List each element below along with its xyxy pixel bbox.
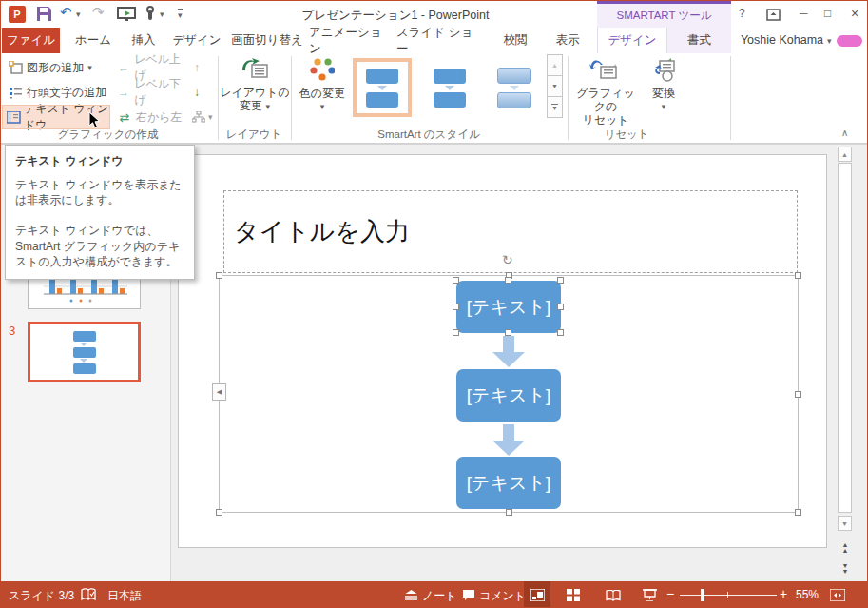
style-gallery-item-selected[interactable] [353, 58, 412, 117]
frame-handle-top-right[interactable] [795, 272, 801, 279]
move-up-button[interactable]: ↑ [190, 56, 200, 79]
start-slideshow-icon[interactable] [117, 7, 136, 22]
smartart-node-2[interactable]: [テキスト] [456, 369, 561, 422]
fit-to-window-icon[interactable] [830, 589, 845, 601]
tab-slideshow[interactable]: スライド ショー [396, 28, 484, 53]
gallery-scroll-down-icon[interactable]: ▼ [547, 75, 563, 97]
reset-graphic-label-line1: グラフィックの [571, 87, 640, 113]
style-preview-arrow [510, 86, 519, 90]
ribbon-display-options-icon[interactable] [766, 9, 781, 21]
group-separator [568, 56, 569, 140]
tab-insert[interactable]: 挿入 [123, 28, 164, 53]
tab-animations[interactable]: アニメーション [309, 28, 393, 53]
frame-handle-bottom-right[interactable] [795, 509, 801, 516]
account-dropdown-icon[interactable]: ▾ [827, 36, 832, 46]
rotation-handle[interactable]: ↻ [502, 252, 513, 267]
scrollbar-thumb[interactable] [838, 163, 852, 513]
slide-canvas[interactable]: タイトルを入力 ↻ ◀ [テキスト] [テキスト] [テキスト] [178, 154, 827, 548]
slideshow-view-icon [643, 589, 657, 601]
zoom-percentage[interactable]: 55% [796, 588, 819, 601]
comments-button[interactable]: コメント [479, 588, 526, 604]
tab-design[interactable]: デザイン [168, 28, 225, 53]
style-gallery-item[interactable] [420, 58, 479, 117]
tab-transitions[interactable]: 画面切り替え [229, 28, 305, 53]
thumb-smartart-arrow [80, 343, 87, 346]
touch-mode-dropdown-icon[interactable]: ▾ [160, 10, 164, 19]
scrollbar-up-icon[interactable]: ▲ [838, 147, 852, 162]
touch-mode-icon[interactable] [144, 6, 157, 22]
slide-thumbnail-3-selected[interactable] [28, 322, 141, 382]
tab-smartart-format[interactable]: 書式 [667, 28, 731, 53]
node-handle-bottom-left[interactable] [453, 329, 459, 336]
promote-icon: ← [116, 61, 131, 74]
tab-file[interactable]: ファイル [2, 28, 60, 53]
tooltip-paragraph-2: テキスト ウィンドウでは、SmartArt グラフィック内のテキストの入力や構成… [15, 223, 184, 269]
next-slide-icon[interactable]: ▼▼ [839, 563, 851, 575]
reset-graphic-button[interactable]: グラフィックの リセット [571, 57, 640, 127]
node-handle-top-right[interactable] [557, 277, 564, 284]
normal-view-button[interactable] [524, 581, 550, 608]
zoom-out-button[interactable]: − [666, 586, 674, 601]
text-pane-tooltip: テキスト ウィンドウ テキスト ウィンドウを表示または非表示にします。 テキスト… [5, 145, 195, 280]
undo-icon[interactable]: ↶ [60, 4, 72, 21]
node-handle-bottom-center[interactable] [505, 329, 511, 336]
collapse-ribbon-icon[interactable]: ∧ [841, 127, 848, 138]
node-handle-top-center[interactable] [505, 277, 511, 284]
style-preview-shape [366, 92, 398, 108]
node-handle-top-left[interactable] [453, 277, 459, 284]
frame-handle-bottom-center[interactable] [506, 509, 512, 516]
account-avatar[interactable] [837, 35, 862, 47]
smartart-node-1[interactable]: [テキスト] [456, 281, 561, 333]
zoom-in-button[interactable]: + [780, 586, 787, 601]
node-handle-right-center[interactable] [557, 304, 564, 310]
spellcheck-icon[interactable] [81, 588, 97, 601]
frame-handle-top-left[interactable] [216, 272, 222, 279]
frame-handle-right-center[interactable] [795, 391, 801, 398]
frame-handle-bottom-left[interactable] [216, 509, 222, 516]
previous-slide-icon[interactable]: ▲▲ [839, 542, 851, 554]
smartart-node-3[interactable]: [テキスト] [456, 457, 561, 509]
zoom-slider-thumb[interactable] [701, 589, 704, 601]
convert-label: 変換 [644, 87, 684, 100]
slideshow-view-button[interactable] [636, 581, 663, 608]
convert-button[interactable]: 変換 ▾ [644, 57, 684, 113]
powerpoint-app-icon[interactable]: P [9, 6, 26, 23]
add-shape-button[interactable]: 図形の追加 ▾ [3, 56, 109, 79]
tab-home[interactable]: ホーム [69, 28, 117, 53]
thumb-smartart-shape [73, 347, 96, 358]
help-icon[interactable]: ? [739, 7, 745, 20]
node-handle-left-center[interactable] [453, 304, 459, 310]
language-indicator[interactable]: 日本語 [107, 588, 142, 604]
save-icon[interactable] [36, 6, 52, 22]
redo-icon[interactable]: ↷ [92, 4, 105, 21]
scrollbar-down-icon[interactable]: ▼ [838, 516, 852, 531]
tab-view[interactable]: 表示 [545, 28, 590, 53]
undo-dropdown-icon[interactable]: ▾ [76, 10, 81, 19]
node-handle-bottom-right[interactable] [557, 329, 564, 336]
zoom-slider-track[interactable] [680, 595, 777, 596]
style-gallery-item[interactable] [485, 58, 544, 117]
gallery-scroll-up-icon[interactable]: ▲ [547, 54, 563, 76]
right-to-left-button[interactable]: ⇄ 右から左 [112, 106, 186, 128]
tab-review[interactable]: 校閲 [492, 28, 539, 53]
group-label-reset: リセット [569, 127, 684, 142]
change-colors-button[interactable]: 色の変更 ▾ [295, 57, 350, 113]
reading-view-button[interactable] [600, 581, 627, 608]
change-layout-button[interactable]: レイアウトの 変更 ▾ [220, 57, 290, 113]
text-pane-toggle-tab[interactable]: ◀ [212, 383, 226, 401]
close-icon[interactable]: × [851, 6, 858, 21]
right-to-left-icon: ⇄ [116, 110, 133, 125]
tab-smartart-design[interactable]: デザイン [597, 28, 667, 53]
slide-sorter-view-button[interactable] [560, 581, 587, 608]
maximize-icon[interactable]: □ [824, 7, 831, 20]
notes-button[interactable]: ノート [422, 588, 457, 604]
contextual-tool-label: SMARTART ツール [597, 9, 731, 23]
customize-qat-icon[interactable]: ▾ [178, 9, 183, 20]
gallery-more-icon[interactable]: ▼ [547, 96, 563, 118]
group-label-layouts: レイアウト [218, 127, 290, 142]
org-chart-layout-button[interactable]: ▾ [188, 106, 213, 128]
user-name[interactable]: Yoshie Kohama [738, 33, 823, 47]
minimize-icon[interactable]: ─ [800, 7, 808, 20]
move-down-button[interactable]: ↓ [190, 81, 200, 104]
demote-button[interactable]: → レベル下げ [112, 81, 186, 104]
